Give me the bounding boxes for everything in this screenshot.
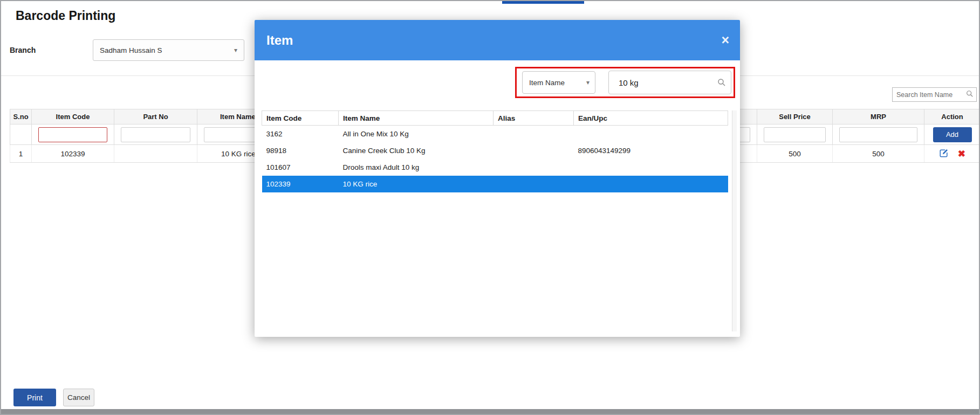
search-type-value: Item Name: [529, 79, 565, 87]
filter-sno-cell: [10, 124, 32, 145]
item-search-input[interactable]: [608, 71, 731, 94]
branch-label: Branch: [10, 46, 36, 54]
col-header-mrp: MRP: [833, 109, 924, 124]
chevron-down-icon: ▾: [234, 46, 237, 54]
search-highlight-box: Item Name ▾: [515, 67, 735, 98]
cell-item-name: 10 KG rice: [339, 176, 494, 192]
filter-item-code-input[interactable]: [38, 127, 107, 142]
col-header-alias: Alias: [494, 111, 574, 126]
cell-item-code: 101607: [262, 159, 339, 176]
item-modal-header: Item ×: [255, 20, 740, 60]
col-header-ean-upc: Ean/Upc: [574, 111, 728, 126]
col-header-action: Action: [924, 109, 980, 124]
search-type-dropdown[interactable]: Item Name ▾: [522, 71, 595, 94]
cell-item-name: All in One Mix 10 Kg: [339, 126, 494, 142]
col-header-part-no: Part No: [114, 109, 197, 124]
cancel-button[interactable]: Cancel: [63, 389, 94, 406]
cell-mrp: 500: [833, 145, 924, 163]
scrollbar[interactable]: [732, 110, 737, 331]
cell-action: ✖: [924, 145, 980, 163]
cell-item-name: Drools maxi Adult 10 kg: [339, 159, 494, 176]
search-icon[interactable]: [717, 78, 726, 89]
cell-part-no: [114, 145, 197, 163]
cell-item-name: Canine Creek Club 10 Kg: [339, 142, 494, 159]
add-button[interactable]: Add: [933, 127, 972, 142]
print-button[interactable]: Print: [13, 389, 56, 406]
cell-item-code: 98918: [262, 142, 339, 159]
col-header-item-name: Item Name: [339, 111, 494, 126]
cell-item-code: 102339: [32, 145, 114, 163]
filter-part-no-input[interactable]: [121, 127, 190, 142]
item-results-table: Item Code Item Name Alias Ean/Upc 3162 A…: [262, 110, 728, 192]
chevron-down-icon: ▾: [586, 79, 590, 86]
cell-alias: [494, 176, 574, 192]
branch-dropdown[interactable]: Sadham Hussain S ▾: [93, 39, 244, 61]
table-search-box: [892, 87, 977, 102]
cell-ean-upc: [574, 159, 728, 176]
search-icon[interactable]: [966, 90, 974, 100]
item-row[interactable]: 98918 Canine Creek Club 10 Kg 8906043149…: [262, 142, 728, 159]
page-title: Barcode Printing: [16, 9, 115, 23]
cell-sno: 1: [10, 145, 32, 163]
search-item-name-input[interactable]: [893, 91, 966, 99]
edit-icon[interactable]: [939, 148, 949, 160]
cell-ean-upc: 8906043149299: [574, 142, 728, 159]
cell-alias: [494, 159, 574, 176]
cell-alias: [494, 142, 574, 159]
filter-mrp-input[interactable]: [839, 127, 917, 142]
filter-sell-price-input[interactable]: [764, 127, 826, 142]
cell-ean-upc: [574, 126, 728, 142]
item-search-wrap: [608, 71, 731, 94]
item-modal: Item × Item Name ▾ Item Code It: [255, 20, 740, 337]
item-row-selected[interactable]: 102339 10 KG rice: [262, 176, 728, 192]
branch-dropdown-value: Sadham Hussain S: [100, 46, 162, 54]
cell-sell-price: 500: [757, 145, 833, 163]
col-header-item-code: Item Code: [262, 111, 339, 126]
col-header-sno: S.no: [10, 109, 32, 124]
modal-title: Item: [266, 33, 293, 48]
col-header-sell-price: Sell Price: [757, 109, 833, 124]
delete-icon[interactable]: ✖: [958, 149, 965, 158]
cell-alias: [494, 126, 574, 142]
cell-item-code: 102339: [262, 176, 339, 192]
item-row[interactable]: 3162 All in One Mix 10 Kg: [262, 126, 728, 142]
bottom-border-bar: [1, 409, 979, 414]
cell-ean-upc: [574, 176, 728, 192]
col-header-item-code: Item Code: [32, 109, 114, 124]
item-results-header-row: Item Code Item Name Alias Ean/Upc: [262, 111, 728, 126]
cell-item-code: 3162: [262, 126, 339, 142]
close-icon[interactable]: ×: [721, 33, 729, 47]
item-row[interactable]: 101607 Drools maxi Adult 10 kg: [262, 159, 728, 176]
top-accent-strip: [502, 1, 584, 4]
barcode-printing-page: Barcode Printing Branch Sadham Hussain S…: [0, 0, 980, 415]
